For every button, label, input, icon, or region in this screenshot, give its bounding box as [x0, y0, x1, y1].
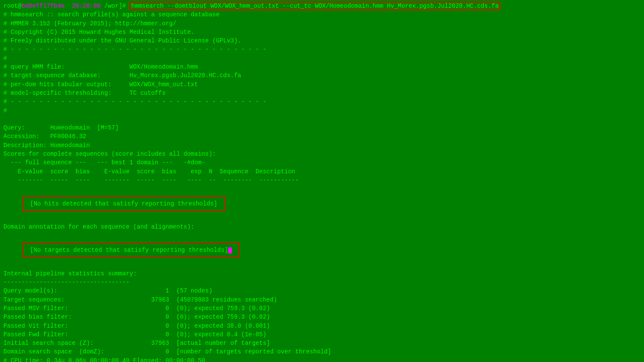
line-internal: Internal pipeline statistics summary:: [3, 269, 641, 278]
line-blank2: [3, 184, 641, 193]
line-target-seq: Target sequences: 37963 (45079803 residu…: [3, 296, 641, 304]
line-per-dom: # per-dom hits tabular output: WOX/WOX_h…: [3, 80, 641, 89]
line-blank1: [3, 115, 641, 124]
command-text: hmmsearch --domtblout WOX/WOX_hmm_out.tx…: [129, 2, 500, 10]
line-query-hmm: # query HMM file: WOX/Homeodomain.hmm: [3, 63, 641, 71]
no-targets-container: [No targets detected that satisfy report…: [14, 241, 641, 259]
line-query-models: Query model(s): 1 (57 nodes): [3, 287, 641, 295]
line-query: Query: Homeodomain [M=57]: [3, 124, 641, 132]
no-targets-text: [No targets detected that satisfy report…: [30, 247, 228, 253]
prompt-line: root@bd8effl7fb4e 20:20:06 /wor]# hmmsea…: [3, 2, 641, 10]
prompt-user: root: [3, 3, 18, 9]
cpu-label: CPU: [11, 357, 21, 362]
cursor: [228, 247, 232, 253]
line-accession: Accession: PF00046.32: [3, 132, 641, 141]
prompt-at: @: [18, 3, 21, 9]
line-6: #: [3, 54, 641, 63]
line-target-db: # target sequence database: Hv_Morex.pgs…: [3, 71, 641, 80]
line-init-search: Initial search space (Z): 37963 [actual …: [3, 339, 641, 347]
line-sep3: -----------------------------------: [3, 278, 641, 287]
line-msv: Passed MSV filter: 0 (0); expected 759.3…: [3, 304, 641, 313]
line-3: # Copyright (C) 2015 Howard Hughes Medic…: [3, 28, 641, 36]
line-4: # Freely distributed under the GNU Gener…: [3, 36, 641, 45]
line-hash2: #: [3, 106, 641, 115]
terminal-window: root@bd8effl7fb4e 20:20:06 /wor]# hmmsea…: [0, 0, 644, 362]
line-fwd: Passed Fwd filter: 0 (0); expected 0.4 (…: [3, 330, 641, 339]
line-1: # hmmsearch :: search profile(s) against…: [3, 10, 641, 19]
line-model-thresh: # model-specific thresholding: TC cutoff…: [3, 89, 641, 97]
line-full-seq: --- full sequence --- --- best 1 domain …: [3, 158, 641, 167]
line-2: # HMMER 3.1b2 (February 2015); http://hm…: [3, 19, 641, 28]
line-blank3: [3, 214, 641, 223]
no-targets-box: [No targets detected that satisfy report…: [22, 242, 240, 258]
prompt-hash: ]#: [119, 3, 129, 9]
line-blank4: [3, 231, 641, 240]
line-domain-search: Domain search space (domZ): 0 [number of…: [3, 347, 641, 356]
prompt-space: 20:20:06: [65, 3, 101, 9]
prompt-path: /wor: [101, 3, 119, 9]
line-domain-annotation: Domain annotation for each sequence (and…: [3, 223, 641, 231]
line-cpu: # CPU time: 0.34u 0.06s 00:00:00.40 Elap…: [3, 356, 641, 362]
line-sep2: # - - - - - - - - - - - - - - - - - - - …: [3, 97, 641, 106]
line-col-headers: E-value score bias E-value score bias ex…: [3, 167, 641, 176]
line-bias: Passed bias filter: 0 (0); expected 759.…: [3, 313, 641, 321]
no-hits-container: [No hits detected that satisfy reporting…: [14, 194, 641, 213]
prompt-host: bd8effl7fb4e: [21, 3, 65, 9]
line-vit: Passed Vit filter: 0 (0); expected 38.0 …: [3, 322, 641, 330]
line-blank5: [3, 260, 641, 269]
line-5: # - - - - - - - - - - - - - - - - - - - …: [3, 45, 641, 54]
line-scores-header: Scores for complete sequences (score inc…: [3, 150, 641, 158]
line-col-sep: ------- ----- ---- ------- ----- ---- --…: [3, 176, 641, 184]
copyright-text: Copyright: [11, 29, 43, 36]
no-hits-box: [No hits detected that satisfy reporting…: [22, 196, 225, 211]
line-description: Description: Homeodomain: [3, 141, 641, 150]
